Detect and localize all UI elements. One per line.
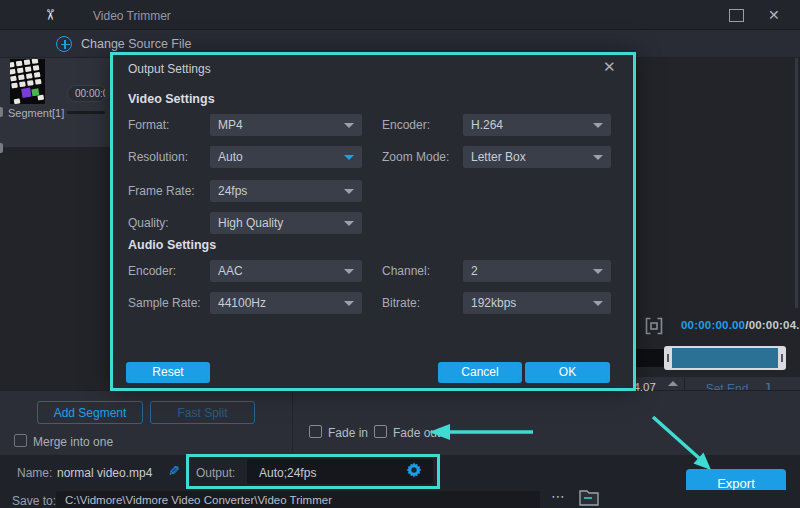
scissors-icon: ✂ — [41, 9, 59, 22]
file-name-value: normal video.mp4 — [57, 466, 152, 480]
audio-encoder-label: Encoder: — [128, 264, 176, 278]
add-segment-button[interactable]: Add Segment — [37, 401, 143, 424]
browse-folder-button[interactable]: ⋯ — [545, 489, 571, 507]
fast-split-button[interactable]: Fast Split — [150, 401, 255, 424]
format-value: MP4 — [218, 118, 243, 132]
keyboard-thumbnail-image — [10, 59, 45, 104]
divider — [292, 392, 293, 452]
encoder-value: H.264 — [471, 118, 503, 132]
bitrate-label: Bitrate: — [382, 296, 420, 310]
trim-left-handle[interactable] — [667, 354, 669, 362]
merge-into-one-checkbox[interactable] — [14, 434, 27, 447]
segment-progress-line — [67, 111, 105, 114]
current-time: 00:00:00.00 — [681, 319, 745, 331]
encoder-label: Encoder: — [382, 118, 430, 132]
maximize-button[interactable] — [729, 9, 744, 22]
trim-segment-bar[interactable] — [664, 346, 786, 370]
frame-capture-icon[interactable] — [645, 317, 663, 339]
audio-encoder-value: AAC — [218, 264, 243, 278]
edit-name-icon[interactable]: ✎ — [168, 463, 180, 479]
bitrate-value: 192kbps — [471, 296, 516, 310]
chevron-down-icon — [593, 301, 603, 306]
chevron-down-icon — [593, 155, 603, 160]
reset-button[interactable]: Reset — [126, 362, 210, 383]
channel-value: 2 — [471, 264, 478, 278]
chevron-down-icon — [344, 269, 354, 274]
open-folder-icon[interactable] — [577, 487, 601, 508]
resolution-label: Resolution: — [128, 150, 188, 164]
dialog-title: Output Settings — [128, 62, 211, 76]
audio-encoder-dropdown[interactable]: AAC — [210, 260, 362, 282]
name-label: Name: — [17, 466, 52, 480]
sample-rate-label: Sample Rate: — [128, 296, 201, 310]
chevron-down-icon — [344, 189, 354, 194]
frame-rate-dropdown[interactable]: 24fps — [210, 180, 362, 202]
segment-name: Segment[1] — [8, 107, 64, 119]
video-settings-header: Video Settings — [128, 92, 215, 106]
chevron-down-icon — [344, 221, 354, 226]
zoom-mode-value: Letter Box — [471, 150, 526, 164]
chevron-down-icon — [593, 123, 603, 128]
resolution-value: Auto — [218, 150, 243, 164]
chevron-down-icon — [344, 301, 354, 306]
ok-button[interactable]: OK — [525, 362, 610, 383]
timeline-track[interactable] — [633, 349, 667, 367]
dialog-close-icon[interactable]: ✕ — [603, 58, 616, 76]
channel-dropdown[interactable]: 2 — [463, 260, 611, 282]
save-to-label: Save to: — [12, 494, 56, 508]
fade-out-checkbox[interactable] — [374, 425, 387, 438]
bitrate-dropdown[interactable]: 192kbps — [463, 292, 611, 314]
format-dropdown[interactable]: MP4 — [210, 114, 362, 136]
output-settings-dialog: Output Settings ✕ Video Settings Format:… — [113, 55, 633, 388]
total-duration: /00:00:04.07 — [745, 319, 800, 331]
fade-in-label: Fade in — [328, 426, 368, 440]
output-settings-gear-icon[interactable] — [405, 461, 423, 483]
audio-settings-header: Audio Settings — [128, 238, 216, 252]
save-path-value: C:\Vidmore\Vidmore Video Converter\Video… — [65, 494, 332, 506]
segment-time-badge: 00:00:0 — [67, 85, 107, 102]
playback-time: 00:00:00.00/00:00:04.07 — [681, 319, 800, 331]
resolution-dropdown[interactable]: Auto — [210, 146, 362, 168]
frame-rate-label: Frame Rate: — [128, 184, 195, 198]
frame-rate-value: 24fps — [218, 184, 247, 198]
output-label: Output: — [196, 466, 235, 480]
spinner-up-icon[interactable] — [668, 381, 678, 386]
close-window-button[interactable]: ✕ — [768, 7, 780, 23]
panel-edge-mark — [0, 143, 3, 153]
panel-edge-mark — [0, 107, 3, 117]
format-label: Format: — [128, 118, 169, 132]
quality-value: High Quality — [218, 216, 283, 230]
output-format-value: Auto;24fps — [259, 466, 316, 480]
video-trimmer-window: ✂ Video Trimmer ✕ Change Source File Seg… — [0, 0, 800, 508]
window-title: Video Trimmer — [93, 9, 171, 23]
merge-into-one-label: Merge into one — [33, 435, 113, 449]
sample-rate-value: 44100Hz — [218, 296, 266, 310]
sample-rate-dropdown[interactable]: 44100Hz — [210, 292, 362, 314]
chevron-down-icon — [593, 269, 603, 274]
segment-thumbnail[interactable] — [10, 59, 45, 104]
quality-dropdown[interactable]: High Quality — [210, 212, 362, 234]
add-icon[interactable] — [56, 36, 72, 52]
trim-right-handle[interactable] — [781, 354, 783, 362]
fade-out-label: Fade out — [393, 426, 440, 440]
trim-fill — [672, 348, 778, 368]
zoom-mode-dropdown[interactable]: Letter Box — [463, 146, 611, 168]
panel-right-edge — [795, 58, 798, 308]
quality-label: Quality: — [128, 216, 169, 230]
channel-label: Channel: — [382, 264, 430, 278]
fade-in-checkbox[interactable] — [309, 425, 322, 438]
change-source-file-button[interactable]: Change Source File — [81, 37, 191, 51]
chevron-down-icon — [344, 123, 354, 128]
encoder-dropdown[interactable]: H.264 — [463, 114, 611, 136]
zoom-mode-label: Zoom Mode: — [382, 150, 449, 164]
cancel-button[interactable]: Cancel — [438, 362, 522, 383]
chevron-down-icon — [344, 155, 354, 160]
